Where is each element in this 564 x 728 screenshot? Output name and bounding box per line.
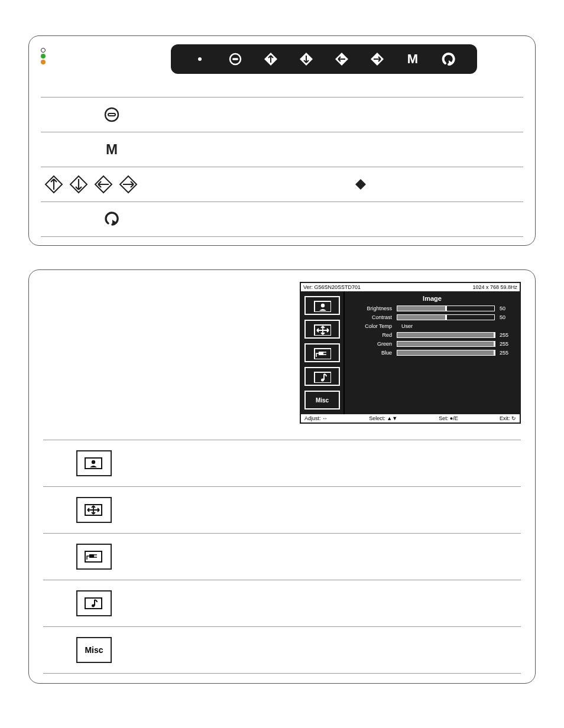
osd-item-label: Contrast: [349, 314, 392, 320]
osd-header: Ver: G56SN20SSTD701 1024 x 768 59.8Hz: [301, 283, 520, 291]
legend-right-icon: [119, 175, 138, 194]
osd-tab-image[interactable]: [304, 296, 340, 315]
category-geometry-icon: [76, 497, 112, 523]
led-indicator-off-icon: [41, 48, 46, 53]
osd-item-value: 255: [500, 332, 515, 338]
svg-point-11: [198, 57, 202, 61]
osd-category-table: Misc: [43, 440, 521, 674]
osd-window: Ver: G56SN20SSTD701 1024 x 768 59.8Hz Mi…: [300, 282, 521, 424]
led-stack: [41, 44, 64, 66]
left-button-icon[interactable]: [333, 50, 351, 68]
osd-item-label: Color Temp: [349, 323, 392, 329]
osd-item-color-temp[interactable]: Color TempUser: [349, 323, 515, 329]
osd-hint-select: Select: ▲▼: [369, 415, 397, 421]
down-button-icon[interactable]: [297, 50, 315, 68]
osd-item-brightness[interactable]: Brightness50: [349, 306, 515, 311]
osd-item-value: 255: [500, 341, 515, 347]
category-row-image: [43, 440, 521, 487]
power-button-icon[interactable]: [226, 50, 244, 68]
category-signal-icon: [76, 544, 112, 570]
osd-slider[interactable]: [397, 350, 495, 356]
category-row-signal: [43, 533, 521, 580]
osd-item-value-text: User: [397, 323, 515, 329]
osd-card: Ver: G56SN20SSTD701 1024 x 768 59.8Hz Mi…: [28, 269, 536, 684]
osd-tab-audio[interactable]: [304, 367, 340, 386]
category-misc-icon: Misc: [76, 637, 112, 663]
osd-tab-misc[interactable]: Misc: [304, 391, 340, 410]
osd-hint-adjust: Adjust: ↔: [304, 415, 328, 421]
button-legend-table: M: [41, 97, 523, 237]
front-panel-button-bar: M: [171, 44, 477, 74]
osd-version: Ver: G56SN20SSTD701: [303, 284, 361, 290]
osd-item-green[interactable]: Green255: [349, 341, 515, 347]
osd-slider[interactable]: [397, 306, 495, 311]
dot-button-icon[interactable]: [191, 50, 209, 68]
legend-menu-icon: M: [106, 141, 118, 158]
osd-slider[interactable]: [397, 314, 495, 320]
osd-tab-signal[interactable]: [304, 343, 340, 362]
menu-button-icon[interactable]: M: [404, 50, 422, 68]
legend-return-icon: [103, 210, 121, 228]
category-row-geometry: [43, 486, 521, 534]
osd-hint-exit: Exit: ↻: [500, 415, 516, 421]
legend-up-icon: [44, 175, 63, 194]
legend-center-diamond-icon: [355, 178, 367, 190]
up-button-icon[interactable]: [262, 50, 280, 68]
osd-item-blue[interactable]: Blue255: [349, 350, 515, 356]
osd-footer: Adjust: ↔ Select: ▲▼ Set: ●/E Exit: ↻: [301, 414, 520, 422]
osd-item-label: Green: [349, 341, 392, 347]
osd-item-value: 50: [500, 314, 515, 320]
osd-slider[interactable]: [397, 332, 495, 338]
category-row-misc: Misc: [43, 626, 521, 674]
legend-left-icon: [94, 175, 113, 194]
osd-slider[interactable]: [397, 341, 495, 347]
osd-item-label: Brightness: [349, 306, 392, 311]
legend-power-icon: [103, 106, 120, 123]
led-indicator-green-icon: [41, 54, 46, 58]
led-indicator-orange-icon: [41, 60, 46, 64]
osd-item-contrast[interactable]: Contrast50: [349, 314, 515, 320]
osd-item-red[interactable]: Red255: [349, 332, 515, 338]
category-row-audio: [43, 580, 521, 627]
return-button-icon[interactable]: [439, 50, 457, 68]
osd-tab-geometry[interactable]: [304, 320, 340, 339]
osd-item-value: 50: [500, 306, 515, 311]
category-image-icon: [76, 450, 112, 476]
osd-tab-strip: Misc: [301, 291, 345, 414]
osd-item-label: Red: [349, 332, 392, 338]
osd-item-value: 255: [500, 350, 515, 356]
osd-mode: 1024 x 768 59.8Hz: [472, 284, 517, 290]
front-panel-card: M M: [28, 35, 536, 246]
right-button-icon[interactable]: [368, 50, 386, 68]
category-audio-icon: [76, 590, 112, 616]
osd-page-title: Image: [349, 295, 515, 302]
osd-hint-set: Set: ●/E: [439, 415, 458, 421]
osd-item-label: Blue: [349, 350, 392, 356]
legend-down-icon: [69, 175, 88, 194]
